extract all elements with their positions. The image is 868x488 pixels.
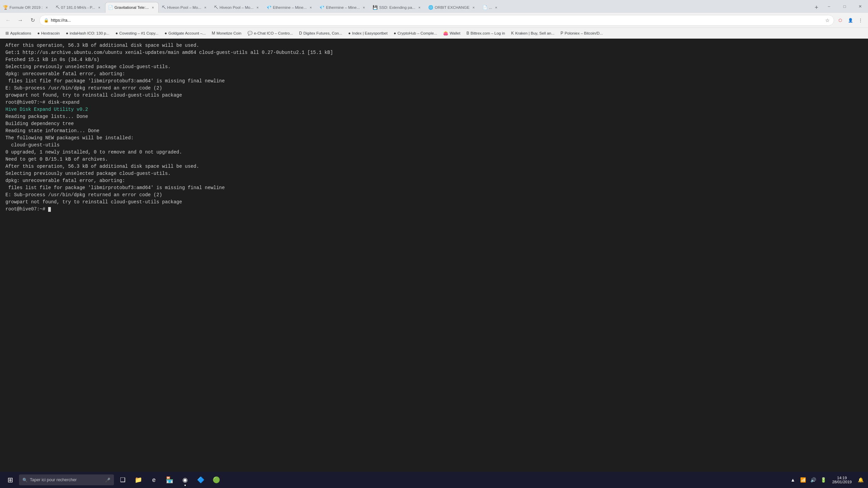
tab-title: Gravitational Tele:...	[115, 5, 149, 9]
bookmark-bm-wallet[interactable]: 👛 Wallet	[440, 29, 463, 37]
reload-button[interactable]: ↻	[27, 15, 38, 26]
tab-tab-1[interactable]: 🏆 Formule OR 2019 : ×	[0, 2, 53, 13]
terminal-line: After this operation, 56.3 kB of additio…	[5, 163, 863, 170]
mic-icon: 🎤	[105, 477, 111, 483]
task-view-icon: ❑	[120, 476, 125, 484]
notifications-button[interactable]: 🔔	[856, 475, 865, 485]
tab-tab-8[interactable]: 💾 SSD: Extending pa... ×	[370, 2, 425, 13]
tab-favicon: 🌐	[428, 5, 433, 10]
taskbar-icon-file-explorer[interactable]: 📁	[131, 472, 146, 487]
tab-close-icon[interactable]: ×	[44, 5, 50, 10]
minimize-button[interactable]: –	[821, 0, 837, 13]
bookmark-label: CryptoHub – Comple...	[397, 31, 437, 35]
taskbar-icon-edge[interactable]: e	[146, 472, 161, 487]
taskbar-icon-store[interactable]: 🏪	[162, 472, 177, 487]
app1-icon: 🔷	[197, 476, 204, 484]
battery-icon[interactable]: 🔋	[818, 475, 828, 485]
forward-button[interactable]: →	[15, 15, 26, 26]
terminal-line: root@hive07:~# disk-expand	[5, 99, 863, 106]
tab-close-icon[interactable]: ×	[255, 5, 260, 10]
tab-favicon: ⛏	[162, 5, 166, 10]
terminal[interactable]: After this operation, 56.3 kB of additio…	[0, 39, 868, 488]
tab-close-icon[interactable]: ×	[493, 5, 499, 10]
bookmark-bm-index[interactable]: ● Index | Easysportbet	[346, 29, 390, 37]
terminal-line: Need to get 0 B/15.1 kB of archives.	[5, 156, 863, 163]
volume-icon[interactable]: 🔊	[808, 475, 818, 485]
bookmark-favicon: M	[212, 31, 215, 36]
close-button[interactable]: ✕	[852, 0, 868, 13]
tab-favicon: 🏆	[3, 5, 8, 10]
network-icon[interactable]: 📶	[798, 475, 808, 485]
search-placeholder: Taper ici pour rechercher	[30, 477, 77, 482]
tab-title: Hiveon Pool – Mo...	[167, 5, 201, 9]
terminal-line: Reading package lists... Done	[5, 113, 863, 120]
tab-title: Ethermine – Mine...	[326, 5, 360, 9]
taskbar-search[interactable]: 🔍 Taper ici pour rechercher 🎤	[19, 474, 114, 485]
bookmark-label: indaHash ICO: 130 p...	[70, 31, 109, 35]
tab-tab-4[interactable]: ⛏ Hiveon Pool – Mo... ×	[159, 2, 211, 13]
terminal-line: dpkg: unrecoverable fatal error, abortin…	[5, 177, 863, 184]
bookmark-bm-covesting[interactable]: ● Covesting – #1 Copy...	[113, 29, 161, 37]
bookmark-favicon: 👛	[443, 31, 448, 36]
tab-close-icon[interactable]: ×	[361, 5, 367, 10]
bookmark-bm-poloniex[interactable]: P Poloniex – Bitcoin/D...	[558, 29, 606, 37]
taskbar-icon-chrome[interactable]: ◉	[178, 472, 193, 487]
terminal-cursor	[48, 207, 51, 212]
bookmark-bm-goldgate[interactable]: ● Goldgate Account –...	[162, 29, 208, 37]
taskbar-clock[interactable]: 14:19 28/01/2019	[829, 472, 854, 487]
bookmark-bm-apps[interactable]: ⊞ Applications	[3, 29, 34, 37]
show-hidden-icons[interactable]: ▲	[788, 475, 797, 485]
bookmark-bm-monetize[interactable]: M Monetize Coin	[209, 29, 244, 37]
tab-tab-6[interactable]: 💎 Ethermine – Mine... ×	[263, 2, 317, 13]
omnibox[interactable]: 🔒 https://ra... ☆	[39, 15, 834, 26]
taskbar-icon-task-view[interactable]: ❑	[115, 472, 130, 487]
bookmark-bm-kraken[interactable]: K Kraken | Buy, Sell an...	[508, 29, 557, 37]
bookmark-bm-echat[interactable]: 💬 e-Chat ICO – Contro...	[245, 29, 296, 37]
tab-tab-7[interactable]: 💎 Ethermine – Mine... ×	[316, 2, 370, 13]
tab-tab-3[interactable]: 📄 Gravitational Tele:... ×	[105, 2, 159, 13]
restore-button[interactable]: □	[837, 0, 852, 13]
terminal-line: files list file for package 'libmirproto…	[5, 184, 863, 191]
browser-content: After this operation, 56.3 kB of additio…	[0, 39, 868, 488]
bookmark-star-icon[interactable]: ☆	[825, 18, 830, 23]
tab-close-icon[interactable]: ×	[202, 5, 208, 10]
terminal-line: Selecting previously unselected package …	[5, 170, 863, 177]
tab-close-icon[interactable]: ×	[97, 5, 102, 10]
taskbar-icon-app1[interactable]: 🔷	[193, 472, 208, 487]
bookmark-bm-cryptohub[interactable]: ● CryptoHub – Comple...	[391, 29, 440, 37]
bookmark-favicon: D	[299, 31, 302, 36]
tab-favicon: ⛏	[214, 5, 218, 10]
terminal-line: E: Sub-process /usr/bin/dpkg returned an…	[5, 85, 863, 92]
tab-close-icon[interactable]: ×	[308, 5, 313, 10]
bookmark-bm-digitex[interactable]: D Digitex Futures, Con...	[296, 29, 345, 37]
new-tab-button[interactable]: +	[812, 3, 821, 12]
menu-button[interactable]: ⋮	[856, 16, 865, 25]
terminal-line: Building dependency tree	[5, 120, 863, 127]
taskbar-icon-app2[interactable]: 🟢	[209, 472, 224, 487]
store-icon: 🏪	[166, 476, 173, 484]
tab-tab-9[interactable]: 🌐 ORBIT EXCHANGE ×	[425, 2, 479, 13]
tab-title: 07 181.0 MH/s - P...	[61, 5, 95, 9]
bookmark-label: Bittrex.com – Log in	[471, 31, 505, 35]
bookmark-favicon: ●	[37, 31, 40, 36]
tab-close-icon[interactable]: ×	[471, 5, 476, 10]
tab-close-icon[interactable]: ×	[417, 5, 422, 10]
start-button[interactable]: ⊞	[3, 472, 18, 487]
bookmark-bm-bittrex[interactable]: B Bittrex.com – Log in	[464, 29, 508, 37]
tab-tab-5[interactable]: ⛏ Hiveon Pool – Mo... ×	[211, 2, 263, 13]
tab-tab-10[interactable]: 📄 ... ×	[479, 2, 502, 13]
tab-title: SSD: Extending pa...	[379, 5, 415, 9]
tab-close-icon[interactable]: ×	[150, 5, 156, 10]
back-button[interactable]: ←	[3, 15, 14, 26]
tab-favicon: 💎	[267, 5, 272, 10]
tab-tab-2[interactable]: ⛏ 07 181.0 MH/s - P... ×	[53, 2, 105, 13]
bookmark-bm-indahash[interactable]: ● indaHash ICO: 130 p...	[63, 29, 112, 37]
terminal-line: growpart not found, try to reinstall clo…	[5, 199, 863, 206]
profile-button[interactable]: 👤	[846, 16, 855, 25]
file-explorer-icon: 📁	[135, 476, 142, 484]
bookmark-bm-hextracoin[interactable]: ● Hextracoin	[35, 29, 62, 37]
url-display: https://ra...	[51, 18, 823, 23]
bookmark-label: Monetize Coin	[216, 31, 241, 35]
extensions-button[interactable]: ⬡	[835, 16, 845, 25]
terminal-line: growpart not found, try to reinstall clo…	[5, 92, 863, 99]
